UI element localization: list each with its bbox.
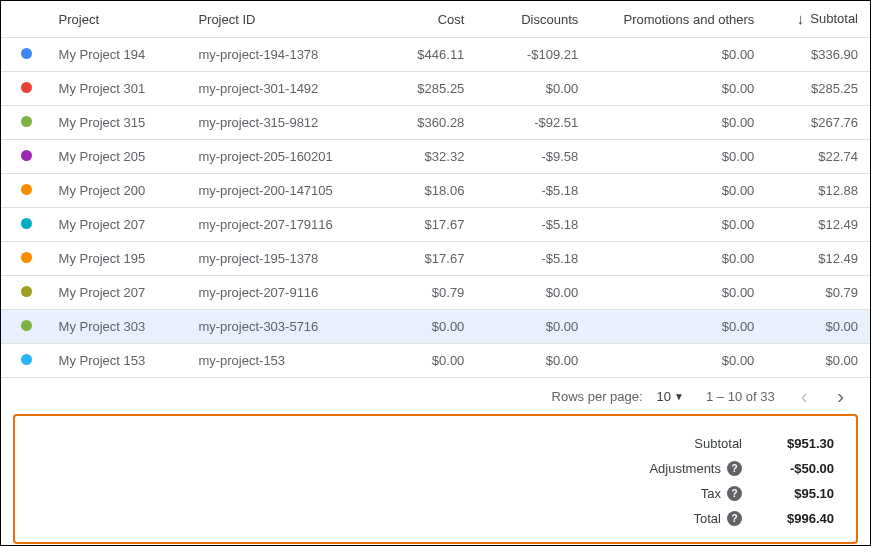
row-cost: $18.06 [373, 174, 477, 208]
row-promotions: $0.00 [590, 38, 766, 72]
summary-tax-value: $95.10 [770, 486, 834, 501]
color-dot-icon [21, 252, 32, 263]
row-color-cell [1, 140, 47, 174]
row-project: My Project 195 [47, 242, 187, 276]
row-project-id: my-project-194-1378 [186, 38, 372, 72]
summary-total-text: Total [694, 511, 721, 526]
row-promotions: $0.00 [590, 310, 766, 344]
help-icon[interactable]: ? [727, 486, 742, 501]
summary-tax-text: Tax [701, 486, 721, 501]
row-subtotal: $336.90 [766, 38, 870, 72]
color-dot-icon [21, 82, 32, 93]
color-dot-icon [21, 48, 32, 59]
row-discounts: -$5.18 [476, 208, 590, 242]
row-cost: $360.28 [373, 106, 477, 140]
header-project[interactable]: Project [47, 1, 187, 38]
row-project: My Project 200 [47, 174, 187, 208]
help-icon[interactable]: ? [727, 461, 742, 476]
row-project-id: my-project-205-160201 [186, 140, 372, 174]
row-color-cell [1, 242, 47, 276]
summary-adjustments-value: -$50.00 [770, 461, 834, 476]
header-promotions[interactable]: Promotions and others [590, 1, 766, 38]
table-row[interactable]: My Project 315my-project-315-9812$360.28… [1, 106, 870, 140]
row-project: My Project 153 [47, 344, 187, 378]
row-promotions: $0.00 [590, 344, 766, 378]
chevron-left-icon: ‹ [801, 385, 808, 407]
row-discounts: -$9.58 [476, 140, 590, 174]
row-subtotal: $0.79 [766, 276, 870, 310]
row-promotions: $0.00 [590, 208, 766, 242]
row-subtotal: $267.76 [766, 106, 870, 140]
table-row[interactable]: My Project 200my-project-200-147105$18.0… [1, 174, 870, 208]
rows-per-page: Rows per page: 10 ▼ [552, 389, 684, 404]
row-promotions: $0.00 [590, 174, 766, 208]
color-dot-icon [21, 354, 32, 365]
table-row[interactable]: My Project 207my-project-207-9116$0.79$0… [1, 276, 870, 310]
row-subtotal: $12.88 [766, 174, 870, 208]
billing-table: Project Project ID Cost Discounts Promot… [1, 1, 870, 378]
help-icon[interactable]: ? [727, 511, 742, 526]
rows-per-page-value: 10 [657, 389, 671, 404]
row-color-cell [1, 174, 47, 208]
row-subtotal: $22.74 [766, 140, 870, 174]
row-project-id: my-project-315-9812 [186, 106, 372, 140]
summary-subtotal-label: Subtotal [534, 436, 742, 451]
row-cost: $17.67 [373, 242, 477, 276]
color-dot-icon [21, 218, 32, 229]
summary-subtotal-value: $951.30 [770, 436, 834, 451]
row-discounts: $0.00 [476, 344, 590, 378]
row-discounts: $0.00 [476, 276, 590, 310]
row-discounts: $0.00 [476, 72, 590, 106]
rows-per-page-label: Rows per page: [552, 389, 643, 404]
table-row[interactable]: My Project 195my-project-195-1378$17.67-… [1, 242, 870, 276]
row-discounts: $0.00 [476, 310, 590, 344]
row-project-id: my-project-303-5716 [186, 310, 372, 344]
header-discounts[interactable]: Discounts [476, 1, 590, 38]
color-dot-icon [21, 150, 32, 161]
row-subtotal: $285.25 [766, 72, 870, 106]
row-color-cell [1, 310, 47, 344]
color-dot-icon [21, 320, 32, 331]
row-cost: $32.32 [373, 140, 477, 174]
row-promotions: $0.00 [590, 72, 766, 106]
header-project-id[interactable]: Project ID [186, 1, 372, 38]
row-project-id: my-project-207-179116 [186, 208, 372, 242]
table-header-row: Project Project ID Cost Discounts Promot… [1, 1, 870, 38]
table-row[interactable]: My Project 301my-project-301-1492$285.25… [1, 72, 870, 106]
table-row[interactable]: My Project 153my-project-153$0.00$0.00$0… [1, 344, 870, 378]
row-project: My Project 207 [47, 208, 187, 242]
summary-adjustments-text: Adjustments [649, 461, 721, 476]
summary-adjustments-label: Adjustments ? [534, 461, 742, 476]
row-project-id: my-project-195-1378 [186, 242, 372, 276]
row-project: My Project 303 [47, 310, 187, 344]
row-discounts: -$5.18 [476, 242, 590, 276]
summary-total-value: $996.40 [770, 511, 834, 526]
table-row[interactable]: My Project 194my-project-194-1378$446.11… [1, 38, 870, 72]
header-cost[interactable]: Cost [373, 1, 477, 38]
color-dot-icon [21, 184, 32, 195]
row-project-id: my-project-301-1492 [186, 72, 372, 106]
row-project-id: my-project-207-9116 [186, 276, 372, 310]
row-promotions: $0.00 [590, 276, 766, 310]
chevron-right-icon: › [837, 385, 844, 407]
caret-down-icon: ▼ [674, 391, 684, 402]
next-page-button[interactable]: › [833, 386, 848, 406]
prev-page-button[interactable]: ‹ [797, 386, 812, 406]
rows-per-page-select[interactable]: 10 ▼ [657, 389, 684, 404]
row-promotions: $0.00 [590, 106, 766, 140]
row-promotions: $0.00 [590, 140, 766, 174]
row-discounts: -$92.51 [476, 106, 590, 140]
row-color-cell [1, 208, 47, 242]
table-row[interactable]: My Project 303my-project-303-5716$0.00$0… [1, 310, 870, 344]
row-project: My Project 194 [47, 38, 187, 72]
billing-table-container: Project Project ID Cost Discounts Promot… [1, 1, 870, 544]
table-row[interactable]: My Project 207my-project-207-179116$17.6… [1, 208, 870, 242]
table-row[interactable]: My Project 205my-project-205-160201$32.3… [1, 140, 870, 174]
header-subtotal-label: Subtotal [810, 11, 858, 26]
header-subtotal[interactable]: ↓ Subtotal [766, 1, 870, 38]
row-subtotal: $0.00 [766, 310, 870, 344]
row-color-cell [1, 344, 47, 378]
row-cost: $446.11 [373, 38, 477, 72]
color-dot-icon [21, 116, 32, 127]
row-color-cell [1, 72, 47, 106]
